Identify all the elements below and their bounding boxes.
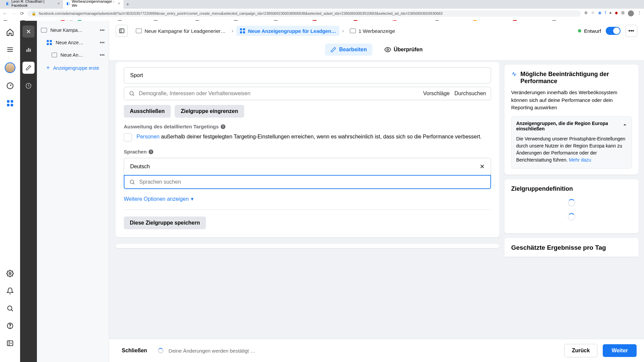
history-icon[interactable]	[22, 80, 35, 92]
tree-campaign[interactable]: Neue Kampa… •••	[37, 24, 109, 36]
exclude-button[interactable]: Ausschließen	[124, 105, 171, 118]
grid-icon	[239, 28, 246, 34]
close-icon[interactable]: ×	[58, 1, 60, 5]
expand-checkbox[interactable]	[124, 133, 132, 141]
collapse-icon[interactable]	[5, 339, 15, 348]
more-icon[interactable]: •••	[100, 27, 105, 33]
extension-icon[interactable]: ◉	[598, 10, 601, 16]
aside-title-text: Zielgruppendefinition	[511, 185, 573, 192]
chevron-right-icon: ›	[342, 28, 344, 34]
star-icon[interactable]: ☆	[591, 10, 595, 16]
aside-description: Veränderungen innerhalb des Werbeökosyst…	[511, 89, 632, 112]
language-search-input[interactable]	[139, 179, 486, 185]
info-icon[interactable]: i	[149, 149, 153, 154]
extension-icon[interactable]: f	[605, 10, 606, 16]
new-tab-button[interactable]: +	[123, 0, 132, 9]
global-nav-rail	[0, 21, 20, 362]
chevron-right-icon: ›	[232, 28, 233, 34]
extension-icon[interactable]: ♠	[609, 10, 611, 16]
save-audience-button[interactable]: Diese Zielgruppe speichern	[124, 217, 206, 229]
tree-ad[interactable]: Neue An… •••	[37, 49, 109, 61]
back-icon[interactable]: ←	[3, 11, 7, 16]
breadcrumb-adset[interactable]: Neue Anzeigengruppe für Leadgen…	[236, 26, 340, 36]
grid-icon	[46, 40, 52, 46]
loading-spinner	[568, 213, 575, 221]
more-options-link[interactable]: Weitere Optionen anzeigen ▾	[124, 196, 491, 202]
svg-rect-23	[47, 43, 49, 45]
next-button[interactable]: Weiter	[603, 344, 637, 357]
svg-line-33	[133, 95, 134, 96]
plus-icon: +	[46, 64, 50, 71]
breadcrumb-ad[interactable]: 1 Werbeanzeige	[346, 26, 398, 36]
more-button[interactable]: •••	[625, 25, 637, 37]
editor-rail	[20, 21, 37, 362]
close-icon[interactable]: ×	[118, 1, 120, 5]
avatar-icon[interactable]	[628, 10, 634, 16]
gauge-icon[interactable]	[5, 81, 15, 90]
search-icon	[129, 179, 135, 185]
personen-link[interactable]: Personen	[137, 134, 160, 139]
breadcrumb-label: 1 Werbeanzeige	[359, 28, 395, 34]
targeting-search[interactable]: Vorschläge Durchsuchen	[124, 87, 491, 100]
card-icon	[350, 28, 356, 33]
svg-line-35	[133, 183, 135, 184]
breadcrumb-label: Neue Anzeigengruppe für Leadgen…	[248, 28, 336, 34]
saving-status: Deine Änderungen werden bestätigt …	[169, 348, 256, 354]
reload-icon[interactable]: ⟳	[20, 11, 24, 16]
help-icon[interactable]	[5, 321, 15, 330]
search-icon[interactable]	[5, 304, 15, 313]
extension-icon[interactable]: ◆	[615, 10, 618, 16]
more-icon[interactable]: •••	[100, 52, 105, 58]
close-button[interactable]: Schließen	[116, 344, 153, 357]
more-icon[interactable]: •••	[100, 40, 105, 45]
subtab-label: Bearbeiten	[339, 47, 367, 53]
status-text: Entwurf	[584, 28, 601, 34]
gear-icon[interactable]	[5, 269, 15, 278]
expand-heading: Ausweitung des detaillierten Targetings …	[124, 124, 491, 129]
back-button[interactable]: Zurück	[564, 344, 597, 357]
interest-chip[interactable]: Sport	[124, 67, 491, 83]
narrow-button[interactable]: Zielgruppe eingrenzen	[175, 105, 244, 118]
notice-body: Die Verwendung unserer Privatsphäre-Eins…	[512, 135, 632, 168]
loading-spinner	[158, 348, 163, 353]
targeting-search-input[interactable]	[139, 90, 419, 97]
browse-link[interactable]: Durchsuchen	[454, 90, 486, 97]
avatar[interactable]	[5, 62, 15, 73]
panel-toggle-button[interactable]	[116, 25, 128, 37]
active-toggle[interactable]	[606, 27, 621, 35]
grid-icon[interactable]	[5, 99, 15, 108]
language-search[interactable]	[124, 175, 491, 189]
chart-icon[interactable]	[22, 44, 35, 56]
svg-rect-18	[28, 48, 29, 52]
tree-adset[interactable]: Neue Anze… •••	[37, 36, 109, 49]
campaign-tree: Neue Kampa… ••• Neue Anze… ••• Neue An… …	[37, 21, 109, 362]
tab-review[interactable]: Überprüfen	[379, 44, 428, 56]
svg-rect-7	[10, 104, 13, 106]
extension-icon[interactable]: ⊞	[621, 10, 625, 16]
menu-icon[interactable]	[5, 45, 15, 54]
breadcrumb-campaign[interactable]: Neue Kampagne für Leadgenerier…	[132, 26, 229, 36]
svg-point-32	[130, 92, 133, 95]
browser-tab[interactable]: ◧Werbeanzeigenmanager - We×	[63, 0, 123, 9]
close-button[interactable]	[22, 25, 35, 38]
home-icon[interactable]	[5, 27, 15, 37]
language-label: Deutsch	[130, 164, 150, 170]
create-adset-button[interactable]: + Anzeigengruppe erste	[37, 61, 109, 75]
browser-tab[interactable]: ◧Leon R. Chaudhari | Facebook×	[3, 0, 63, 9]
forward-icon[interactable]: →	[11, 11, 16, 16]
breadcrumb-label: Neue Kampagne für Leadgenerier…	[145, 28, 226, 34]
suggestions-link[interactable]: Vorschläge	[423, 90, 450, 97]
notice-title: Anzeigengruppen, die die Region Europa e…	[516, 121, 623, 131]
translate-icon[interactable]: ⊕	[584, 10, 588, 16]
notice-header[interactable]: Anzeigengruppen, die die Region Europa e…	[512, 117, 632, 135]
learn-more-link[interactable]: Mehr dazu	[569, 157, 591, 163]
languages-heading: Sprachen i	[124, 149, 491, 155]
subtabs: Bearbeiten Überprüfen	[109, 41, 644, 61]
edit-icon[interactable]	[22, 62, 35, 74]
info-icon[interactable]: i	[221, 124, 225, 129]
remove-language-button[interactable]: ✕	[480, 163, 485, 170]
tab-edit[interactable]: Bearbeiten	[325, 44, 372, 56]
menu-icon[interactable]: ⋮	[637, 10, 641, 16]
bell-icon[interactable]	[5, 286, 15, 296]
url-bar[interactable]: 🔒 facebook.com/adsmanager/manage/adsets/…	[28, 10, 581, 17]
